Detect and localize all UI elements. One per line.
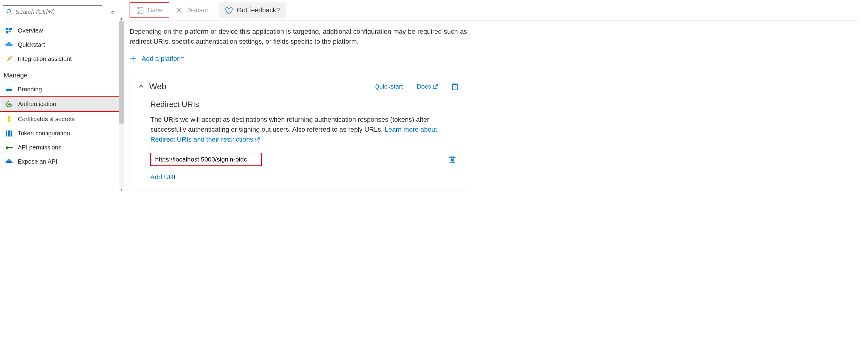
sidebar-item-certificates[interactable]: Certificates & secrets xyxy=(0,112,121,126)
svg-rect-8 xyxy=(6,87,12,89)
branding-icon xyxy=(5,87,13,92)
auth-icon xyxy=(5,101,13,107)
svg-rect-14 xyxy=(8,130,10,136)
card-title: Web xyxy=(149,82,166,91)
sidebar-section-manage: Manage xyxy=(0,66,121,82)
docs-link[interactable]: Docs xyxy=(417,83,438,90)
redirect-uris-title: Redirect URIs xyxy=(150,100,458,109)
svg-point-19 xyxy=(7,161,9,163)
external-link-icon xyxy=(433,84,438,89)
svg-rect-35 xyxy=(451,156,454,157)
collapse-card-button[interactable] xyxy=(138,84,144,90)
add-platform-label: Add a platform xyxy=(142,55,185,63)
svg-point-20 xyxy=(9,161,11,163)
svg-point-10 xyxy=(7,116,10,119)
svg-line-1 xyxy=(10,13,12,14)
external-link-icon xyxy=(255,137,260,142)
save-icon xyxy=(136,6,144,14)
toolbar: Save Discard Got feedback? xyxy=(129,0,859,21)
svg-point-18 xyxy=(11,147,13,148)
search-icon xyxy=(6,9,12,15)
toolbar-separator xyxy=(217,5,217,15)
token-icon xyxy=(5,130,13,136)
permissions-icon xyxy=(5,145,13,150)
search-input[interactable] xyxy=(16,8,99,15)
redirect-uri-input[interactable] xyxy=(150,153,262,166)
delete-uri-button[interactable] xyxy=(449,155,456,163)
sidebar-item-label: Authentication xyxy=(18,101,56,107)
collapse-sidebar-button[interactable]: « xyxy=(108,7,118,17)
grid-icon xyxy=(5,27,13,34)
add-uri-button[interactable]: Add URI xyxy=(150,173,458,181)
sidebar-item-label: Integration assistant xyxy=(18,56,72,62)
svg-rect-2 xyxy=(6,28,8,30)
web-platform-card: Web Quickstart Docs Redirect URIs The UR… xyxy=(129,75,467,190)
sidebar: « ▲ ▼ Overview Quickstart xyxy=(0,0,121,196)
svg-rect-29 xyxy=(454,83,456,84)
redirect-uris-description: The URIs we will accept as destinations … xyxy=(150,115,458,144)
search-box[interactable] xyxy=(3,5,102,18)
svg-rect-3 xyxy=(9,28,12,30)
sidebar-item-authentication[interactable]: Authentication xyxy=(0,96,121,112)
sidebar-item-label: Quickstart xyxy=(18,41,45,48)
sidebar-item-branding[interactable]: Branding xyxy=(0,82,121,96)
feedback-label: Got feedback? xyxy=(237,6,280,14)
save-label: Save xyxy=(148,6,163,14)
sidebar-item-label: Expose an API xyxy=(18,158,57,165)
svg-rect-21 xyxy=(138,11,142,13)
sidebar-item-label: Token configuration xyxy=(18,130,70,137)
plus-icon xyxy=(129,55,137,62)
svg-rect-13 xyxy=(6,130,7,136)
cloud-icon xyxy=(5,42,13,48)
svg-rect-5 xyxy=(9,31,10,32)
add-platform-button[interactable]: Add a platform xyxy=(129,55,859,63)
discard-button[interactable]: Discard xyxy=(169,2,215,18)
sidebar-item-overview[interactable]: Overview xyxy=(0,24,121,38)
sidebar-item-label: API permissions xyxy=(18,144,61,151)
discard-icon xyxy=(175,7,183,14)
sidebar-item-label: Branding xyxy=(18,86,42,93)
platform-description: Depending on the platform or device this… xyxy=(129,27,467,46)
key-icon xyxy=(5,116,13,123)
sidebar-item-token-config[interactable]: Token configuration xyxy=(0,126,121,140)
sidebar-item-api-permissions[interactable]: API permissions xyxy=(0,140,121,155)
sidebar-item-quickstart[interactable]: Quickstart xyxy=(0,38,121,52)
svg-rect-4 xyxy=(6,31,8,33)
svg-rect-15 xyxy=(10,130,12,136)
svg-point-0 xyxy=(7,9,10,13)
svg-point-16 xyxy=(6,147,8,149)
sidebar-item-integration-assistant[interactable]: Integration assistant xyxy=(0,52,121,66)
svg-rect-22 xyxy=(138,7,141,9)
svg-rect-12 xyxy=(8,121,10,122)
rocket-icon xyxy=(5,56,13,62)
discard-label: Discard xyxy=(186,6,209,14)
main-content: Save Discard Got feedback? Depending on … xyxy=(121,0,868,196)
expose-api-icon xyxy=(5,159,13,164)
sidebar-item-label: Certificates & secrets xyxy=(18,116,75,123)
quickstart-link[interactable]: Quickstart xyxy=(374,83,403,90)
svg-point-6 xyxy=(9,58,10,59)
sidebar-item-expose-api[interactable]: Expose an API xyxy=(0,155,121,169)
sidebar-item-label: Overview xyxy=(18,27,43,34)
svg-rect-17 xyxy=(8,147,12,148)
save-button[interactable]: Save xyxy=(129,2,169,18)
heart-icon xyxy=(225,6,233,14)
delete-platform-button[interactable] xyxy=(452,83,458,90)
feedback-button[interactable]: Got feedback? xyxy=(219,2,286,18)
